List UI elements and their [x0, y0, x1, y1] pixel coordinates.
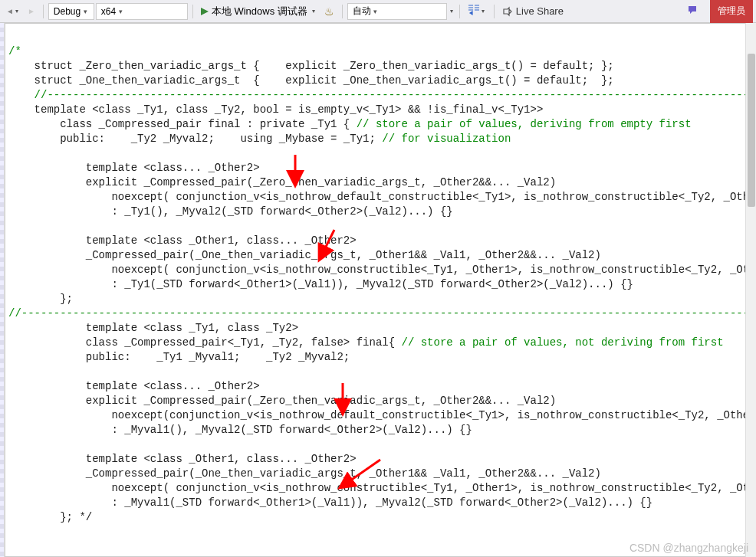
code-line: template <class... _Other2> — [8, 162, 260, 174]
code-line: //--------------------------------------… — [8, 89, 756, 101]
code-line: //--------------------------------------… — [8, 307, 756, 319]
nav-back-button[interactable]: ◄ ▾ — [3, 3, 23, 20]
fire-icon: ♨ — [324, 5, 334, 18]
indent-lines-button[interactable]: ▾ — [465, 3, 489, 20]
code-line: noexcept( conjunction_v<is_nothrow_defau… — [8, 191, 756, 203]
admin-label: 管理员 — [718, 5, 745, 18]
live-share-button[interactable]: Live Share — [499, 3, 570, 20]
auto-dropdown[interactable]: 自动 ▾ — [347, 3, 447, 20]
code-line: explicit _Compressed_pair(_Zero_then_var… — [8, 395, 556, 407]
vertical-scrollbar[interactable] — [745, 23, 756, 557]
code-line: class _Compressed_pair final : private _… — [8, 118, 357, 130]
chevron-down-icon: ▾ — [480, 8, 486, 15]
forward-icon: ► — [28, 7, 35, 15]
watermark-label: CSDN @zhangzhangkeji — [629, 542, 748, 554]
code-line: template <class... _Other2> — [8, 380, 260, 392]
code-line: noexcept(conjunction_v<is_nothrow_defaul… — [8, 409, 756, 421]
svg-marker-0 — [201, 8, 209, 15]
liveshare-label: Live Share — [513, 5, 567, 17]
feedback-icon — [687, 4, 699, 18]
code-comment: // for visualization — [382, 133, 511, 145]
toolbar: ◄ ▾ ► Debug ▾ x64 ▾ 本地 Windows 调试器 ▾ ♨ 自… — [0, 0, 756, 23]
refresh-button[interactable]: ♨ — [321, 3, 337, 20]
chevron-down-icon: ▾ — [117, 8, 123, 15]
separator — [342, 5, 343, 18]
code-line: : _Myval1(), _Myval2(_STD forward<_Other… — [8, 424, 472, 436]
code-line: _Compressed_pair(_One_then_variadic_args… — [8, 249, 601, 261]
code-line: class _Compressed_pair<_Ty1, _Ty2, false… — [8, 336, 401, 349]
code-comment: // store a pair of values, not deriving … — [401, 336, 723, 349]
start-debugging-button[interactable]: 本地 Windows 调试器 ▾ — [198, 3, 320, 20]
scrollbar-thumb[interactable] — [748, 54, 755, 207]
code-line: struct _Zero_then_variadic_args_t { expl… — [8, 60, 614, 72]
chevron-down-icon: ▾ — [82, 8, 88, 15]
platform-dropdown[interactable]: x64 ▾ — [96, 3, 188, 20]
code-line: template <class _Ty1, class _Ty2, bool =… — [8, 103, 543, 116]
code-line: template <class _Ty1, class _Ty2> — [8, 322, 298, 334]
code-line: public: _Ty1 _Myval1; _Ty2 _Myval2; — [8, 351, 350, 363]
nav-forward-button[interactable]: ► — [25, 3, 38, 20]
feedback-button[interactable] — [684, 3, 702, 20]
code-line: noexcept( conjunction_v<is_nothrow_const… — [8, 482, 756, 494]
code-line: template <class _Other1, class... _Other… — [8, 234, 357, 247]
code-line: struct _One_then_variadic_args_t { expli… — [8, 74, 614, 87]
code-line: : _Myval1(_STD forward<_Other1>(_Val1)),… — [8, 496, 652, 509]
code-line: _Compressed_pair(_One_then_variadic_args… — [8, 467, 601, 480]
code-line: noexcept( conjunction_v<is_nothrow_const… — [8, 264, 756, 276]
code-line: explicit _Compressed_pair(_Zero_then_var… — [8, 176, 556, 188]
chevron-down-icon: ▾ — [14, 8, 20, 15]
code-editor[interactable]: /* struct _Zero_then_variadic_args_t { e… — [5, 23, 756, 557]
share-icon — [502, 6, 513, 17]
separator — [459, 5, 460, 18]
code-line: }; — [8, 293, 73, 305]
separator — [494, 5, 495, 18]
code-line: : _Ty1(_STD forward<_Other1>(_Val1)), _M… — [8, 278, 633, 290]
platform-label: x64 — [101, 6, 116, 17]
back-icon: ◄ — [6, 7, 14, 15]
admin-button[interactable]: 管理员 — [710, 0, 753, 23]
code-line: /* — [8, 45, 21, 57]
configuration-label: Debug — [54, 6, 81, 17]
chevron-down-icon[interactable]: ▾ — [449, 8, 455, 15]
play-icon — [201, 8, 209, 15]
chevron-down-icon: ▾ — [311, 8, 317, 15]
code-comment: // store a pair of values, deriving from… — [357, 118, 692, 130]
lines-icon — [468, 4, 480, 18]
configuration-dropdown[interactable]: Debug ▾ — [48, 3, 94, 20]
code-line: template <class _Other1, class... _Other… — [8, 453, 357, 465]
separator — [192, 5, 193, 18]
separator — [43, 5, 44, 18]
auto-label: 自动 — [353, 5, 371, 18]
code-line: }; */ — [8, 511, 92, 523]
code-line: : _Ty1(), _Myval2(_STD forward<_Other2>(… — [8, 205, 453, 218]
code-line: public: _Ty2 _Myval2; using _Mybase = _T… — [8, 133, 382, 145]
debugger-label: 本地 Windows 调试器 — [209, 5, 311, 18]
chevron-down-icon: ▾ — [373, 8, 379, 15]
